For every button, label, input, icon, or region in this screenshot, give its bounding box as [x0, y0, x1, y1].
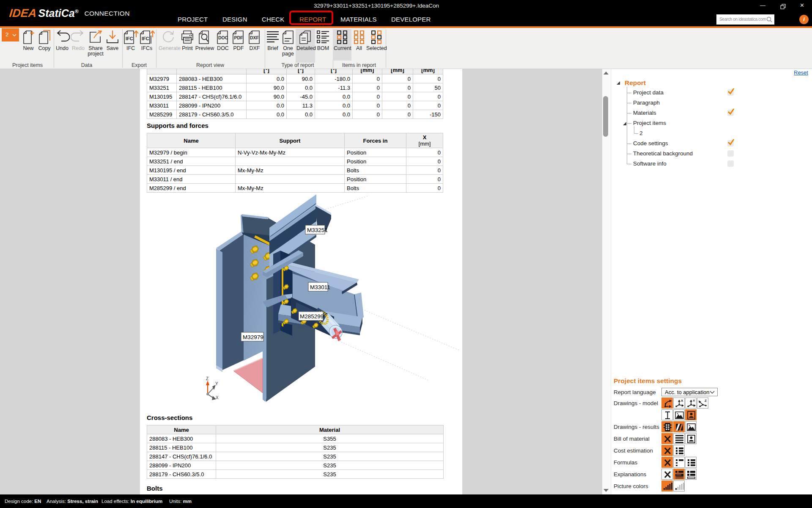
svg-text:M33011: M33011 — [310, 284, 330, 290]
svg-text:M32979: M32979 — [243, 334, 263, 340]
svg-text:X: X — [216, 395, 219, 400]
svg-text:Z: Z — [206, 376, 208, 381]
svg-text:M33251: M33251 — [307, 227, 328, 233]
svg-text:PDF: PDF — [234, 35, 244, 40]
svg-text:DXF: DXF — [250, 35, 259, 40]
svg-text:IFC: IFC — [142, 36, 149, 41]
svg-text:Y: Y — [215, 381, 218, 386]
svg-text:DOC: DOC — [218, 35, 228, 40]
svg-text:M285299: M285299 — [300, 313, 324, 320]
svg-text:IFC: IFC — [126, 36, 133, 41]
